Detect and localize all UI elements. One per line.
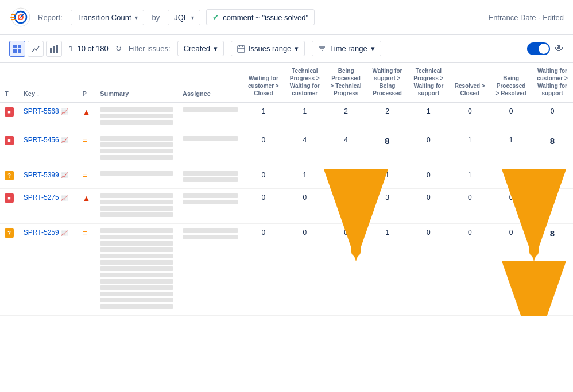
chevron-down-icon: ▾: [295, 44, 299, 53]
row-key-cell: SPRT-5275 📈: [19, 189, 78, 224]
jql-filter-badge[interactable]: ✔ comment ~ "issue solved": [206, 9, 315, 25]
bug-icon: ■: [5, 107, 14, 117]
row-summary-cell: [95, 131, 178, 166]
row-assignee-cell: [178, 166, 243, 189]
issue-key-link[interactable]: SPRT-5259: [24, 228, 59, 236]
row-type-cell: ?: [0, 166, 19, 189]
jql-dropdown[interactable]: JQL ▾: [168, 10, 200, 25]
row-c2: 1: [284, 102, 326, 131]
issues-range-btn[interactable]: Issues range ▾: [231, 41, 305, 56]
report-label: Report:: [38, 13, 63, 22]
toggle-area: 👁: [527, 42, 564, 55]
by-label: by: [152, 13, 160, 22]
row-priority-cell: =: [78, 166, 96, 189]
entrance-date-label: Entrance Date - Edited: [488, 13, 564, 22]
col-header-c6: Resolved > Closed: [449, 63, 490, 102]
col-header-p: P: [78, 63, 96, 102]
main-table: T Key ↓ P Summary Assignee Waiting for c…: [0, 63, 573, 316]
svg-rect-14: [56, 45, 58, 53]
row-c7: 0: [490, 166, 532, 189]
svg-rect-9: [18, 45, 21, 48]
refresh-icon[interactable]: ↻: [115, 44, 122, 53]
col-header-c4: Waiting for support > Being Processed: [367, 63, 408, 102]
svg-rect-10: [13, 49, 17, 53]
col-header-assignee: Assignee: [178, 63, 243, 102]
svg-rect-12: [50, 48, 52, 53]
svg-rect-15: [238, 46, 245, 52]
priority-high-icon: ▲: [83, 107, 91, 117]
table-row: ? SPRT-5399 📈 =01010103: [0, 166, 573, 189]
row-type-cell: ■: [0, 131, 19, 166]
chevron-down-icon: ▾: [191, 14, 194, 21]
row-priority-cell: ▲: [78, 189, 96, 224]
filter-label: Filter issues:: [129, 44, 171, 53]
table-wrap: T Key ↓ P Summary Assignee Waiting for c…: [0, 63, 573, 316]
sub-bar: 1–10 of 180 ↻ Filter issues: Created ▾ I…: [0, 35, 573, 63]
row-key-cell: SPRT-5568 📈: [19, 102, 78, 131]
row-c3: 0: [326, 166, 367, 189]
row-c4: 8: [367, 131, 408, 166]
row-c4: 1: [367, 166, 408, 189]
top-bar: Report: Transition Count ▾ by JQL ▾ ✔ co…: [0, 0, 573, 35]
row-c8: 3: [532, 166, 573, 189]
row-c4: 3: [367, 189, 408, 224]
row-priority-cell: =: [78, 131, 96, 166]
issue-key-link[interactable]: SPRT-5568: [24, 107, 59, 115]
trend-icon[interactable]: 📈: [61, 195, 68, 201]
col-header-key[interactable]: Key ↓: [19, 63, 78, 102]
issue-key-link[interactable]: SPRT-5275: [24, 193, 59, 201]
trend-icon[interactable]: 📈: [61, 108, 68, 115]
row-c1: 0: [243, 166, 284, 189]
issue-key-link[interactable]: SPRT-5399: [24, 171, 59, 179]
bug-icon: ■: [5, 193, 14, 203]
row-c4: 2: [367, 102, 408, 131]
col-header-c3: Being Processed > Technical Progress: [326, 63, 367, 102]
trend-icon[interactable]: 📈: [61, 172, 68, 178]
issue-key-link[interactable]: SPRT-5456: [24, 136, 59, 144]
col-header-c5: Technical Progress > Waiting for support: [408, 63, 449, 102]
row-assignee-cell: [178, 189, 243, 224]
row-c4: 1: [367, 224, 408, 316]
row-c5: 0: [408, 189, 449, 224]
row-key-cell: SPRT-5259 📈: [19, 224, 78, 316]
row-c3: 1: [326, 189, 367, 224]
line-chart-view-btn[interactable]: [28, 41, 44, 57]
row-c7: 0: [490, 102, 532, 131]
report-type-dropdown[interactable]: Transition Count ▾: [71, 10, 144, 25]
row-assignee-cell: [178, 102, 243, 131]
table-body: ■ SPRT-5568 📈 ▲11221000 ■ SPRT-5456 📈 =0…: [0, 102, 573, 316]
trend-icon[interactable]: 📈: [61, 137, 68, 143]
grid-view-btn[interactable]: [9, 41, 25, 57]
bug-icon: ■: [5, 136, 14, 145]
view-icons: [9, 41, 62, 57]
bar-chart-view-btn[interactable]: [46, 41, 62, 57]
row-c1: 0: [243, 189, 284, 224]
chevron-down-icon: ▾: [214, 44, 218, 53]
data-table-container: T Key ↓ P Summary Assignee Waiting for c…: [0, 63, 573, 316]
row-type-cell: ?: [0, 224, 19, 316]
row-assignee-cell: [178, 131, 243, 166]
row-type-cell: ■: [0, 189, 19, 224]
col-header-c2: Technical Progress > Waiting for custome…: [284, 63, 326, 102]
trend-icon[interactable]: 📈: [61, 230, 68, 236]
row-type-cell: ■: [0, 102, 19, 131]
time-range-btn[interactable]: Time range ▾: [312, 41, 381, 56]
filter-issues-dropdown[interactable]: Created ▾: [177, 41, 224, 56]
svg-rect-8: [13, 45, 17, 48]
count-info: 1–10 of 180: [69, 44, 109, 53]
table-header-row: T Key ↓ P Summary Assignee Waiting for c…: [0, 63, 573, 102]
row-priority-cell: =: [78, 224, 96, 316]
row-c3: 0: [326, 224, 367, 316]
svg-rect-13: [53, 46, 55, 53]
row-summary-cell: [95, 102, 178, 131]
table-row: ■ SPRT-5456 📈 =04480118: [0, 131, 573, 166]
row-c2: 1: [284, 166, 326, 189]
chevron-down-icon: ▾: [135, 14, 138, 21]
row-c7: 0: [490, 189, 532, 224]
row-c8: 8: [532, 224, 573, 316]
eye-icon[interactable]: 👁: [555, 44, 564, 54]
toggle-switch[interactable]: [527, 42, 550, 55]
row-c3: 4: [326, 131, 367, 166]
row-assignee-cell: [178, 224, 243, 316]
priority-med-icon: =: [83, 228, 87, 238]
